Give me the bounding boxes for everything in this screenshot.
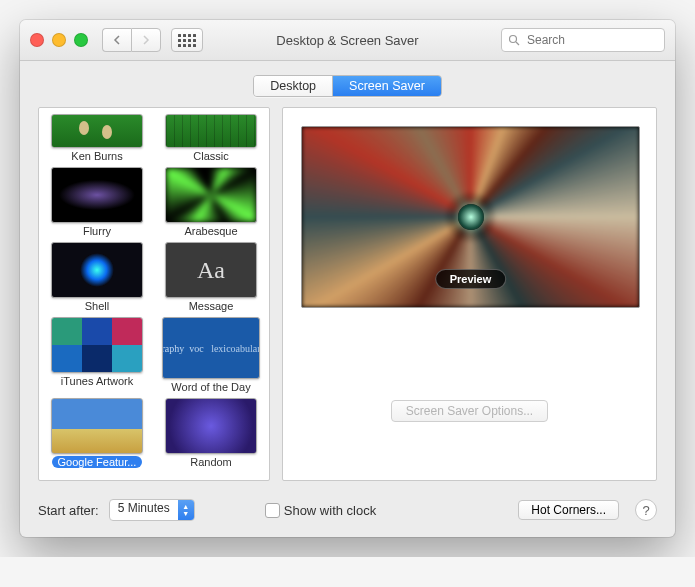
grid-icon xyxy=(178,34,196,47)
thumb-label: Flurry xyxy=(77,225,117,237)
start-after-select[interactable]: 5 Minutes ▲▼ xyxy=(109,499,195,521)
saver-itunes[interactable]: iTunes Artwork xyxy=(45,317,149,394)
thumb-icon xyxy=(51,114,143,148)
thumb-icon xyxy=(51,242,143,298)
tab-switcher: Desktop Screen Saver xyxy=(20,61,675,107)
thumb-label: iTunes Artwork xyxy=(55,375,139,387)
close-icon[interactable] xyxy=(30,33,44,47)
saver-message[interactable]: Aa Message xyxy=(159,242,263,313)
thumb-label: Classic xyxy=(187,150,234,162)
back-button[interactable] xyxy=(102,28,131,52)
search-field[interactable] xyxy=(501,28,665,52)
window-controls xyxy=(30,33,88,47)
saver-word[interactable]: graphy voc lexico abulary Word of the Da… xyxy=(159,317,263,394)
nav-buttons xyxy=(102,28,161,52)
tab-screensaver[interactable]: Screen Saver xyxy=(333,76,441,96)
screensaver-options-button[interactable]: Screen Saver Options... xyxy=(391,400,548,422)
thumb-icon: Aa xyxy=(165,242,257,298)
thumb-label: Arabesque xyxy=(178,225,243,237)
thumb-icon: graphy voc lexico abulary xyxy=(162,317,260,379)
thumb-icon xyxy=(165,398,257,454)
thumb-label: Shell xyxy=(79,300,115,312)
content-area: Ken Burns Classic Flurry xyxy=(20,107,675,491)
help-button[interactable]: ? xyxy=(635,499,657,521)
thumb-label: Ken Burns xyxy=(65,150,128,162)
prefs-window: Desktop & Screen Saver Desktop Screen Sa… xyxy=(20,20,675,537)
svg-line-1 xyxy=(516,42,519,45)
tab-desktop[interactable]: Desktop xyxy=(254,76,333,96)
minimize-icon[interactable] xyxy=(52,33,66,47)
saver-ken-burns[interactable]: Ken Burns xyxy=(45,114,149,163)
thumb-icon xyxy=(51,167,143,223)
thumb-label: Random xyxy=(184,456,238,468)
preview-area[interactable]: Preview xyxy=(301,126,640,308)
thumb-label: Google Featur... xyxy=(52,456,143,468)
saver-shell[interactable]: Shell xyxy=(45,242,149,313)
saver-classic[interactable]: Classic xyxy=(159,114,263,163)
saver-random[interactable]: Random xyxy=(159,398,263,469)
show-all-button[interactable] xyxy=(171,28,203,52)
stepper-icon: ▲▼ xyxy=(178,500,194,520)
checkbox-icon xyxy=(265,503,280,518)
zoom-icon[interactable] xyxy=(74,33,88,47)
saver-flurry[interactable]: Flurry xyxy=(45,167,149,238)
hot-corners-button[interactable]: Hot Corners... xyxy=(518,500,619,520)
thumb-label: Message xyxy=(183,300,240,312)
thumb-label: Word of the Day xyxy=(165,381,256,393)
start-after-value: 5 Minutes xyxy=(110,500,178,520)
thumb-icon xyxy=(165,167,257,223)
preview-pane: Preview Screen Saver Options... xyxy=(282,107,657,481)
show-clock-checkbox[interactable]: Show with clock xyxy=(265,503,376,518)
search-icon xyxy=(508,34,520,46)
svg-point-0 xyxy=(510,36,517,43)
thumb-icon xyxy=(165,114,257,148)
footer: Start after: 5 Minutes ▲▼ Show with cloc… xyxy=(20,491,675,537)
start-after-label: Start after: xyxy=(38,503,99,518)
saver-google-featured[interactable]: Google Featur... xyxy=(45,398,149,469)
thumb-icon xyxy=(51,317,143,373)
thumb-icon xyxy=(51,398,143,454)
titlebar: Desktop & Screen Saver xyxy=(20,20,675,61)
show-clock-label: Show with clock xyxy=(284,503,376,518)
saver-list[interactable]: Ken Burns Classic Flurry xyxy=(38,107,270,481)
forward-button[interactable] xyxy=(131,28,161,52)
saver-arabesque[interactable]: Arabesque xyxy=(159,167,263,238)
search-input[interactable] xyxy=(525,32,658,48)
preview-badge: Preview xyxy=(435,269,507,289)
